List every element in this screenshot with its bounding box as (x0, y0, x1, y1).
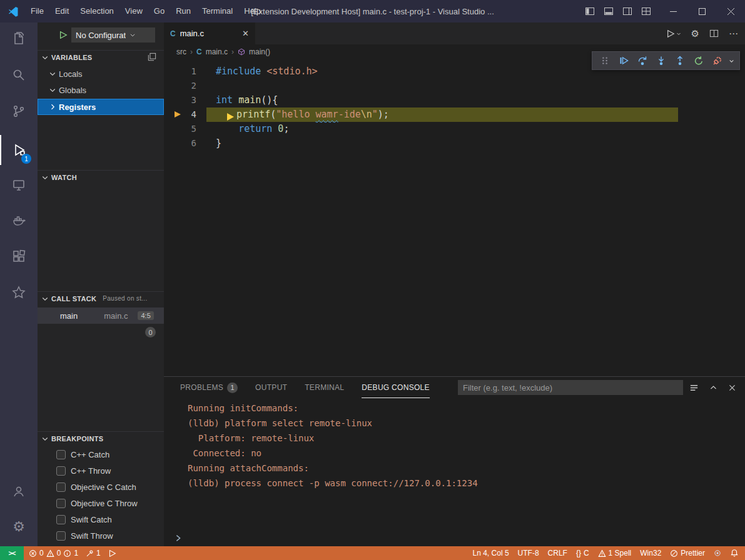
checkbox[interactable] (56, 499, 66, 508)
breadcrumb-file[interactable]: main.c (206, 48, 228, 56)
cursor-position[interactable]: Ln 4, Col 5 (473, 549, 509, 558)
menu-terminal[interactable]: Terminal (196, 0, 238, 22)
tab-terminal[interactable]: TERMINAL (305, 377, 344, 398)
stack-frame-row[interactable]: main main.c 4:5 (38, 308, 164, 324)
docker-icon[interactable] (0, 205, 38, 235)
console-options-icon[interactable] (689, 383, 699, 392)
toggle-panel-icon[interactable] (604, 6, 614, 16)
debug-session-dropdown-icon[interactable] (729, 58, 734, 64)
code-line[interactable]: 6} (164, 136, 745, 151)
breakpoint-cpp-throw[interactable]: C++ Throw (38, 462, 164, 479)
encoding-indicator[interactable]: UTF-8 (518, 549, 539, 558)
checkbox[interactable] (56, 466, 66, 476)
more-actions-icon[interactable]: ⋯ (729, 28, 739, 39)
remote-indicator[interactable]: >< (0, 546, 24, 560)
debug-config-dropdown[interactable]: No Configurat (71, 28, 155, 42)
breakpoint-swift-throw[interactable]: Swift Throw (38, 528, 164, 544)
formatter-status[interactable]: Prettier (670, 549, 705, 558)
breakpoint-objc-catch[interactable]: Objective C Catch (38, 479, 164, 495)
checkbox[interactable] (56, 450, 66, 459)
code-line[interactable]: 5 return 0; (164, 122, 745, 136)
call-stack-section-header[interactable]: CALL STACK Paused on st... (38, 291, 164, 305)
problems-summary[interactable]: 0 0 1 (29, 549, 78, 558)
menu-file[interactable]: File (25, 0, 49, 22)
notifications-bell-icon[interactable] (730, 549, 739, 558)
run-and-debug-icon[interactable]: 1 (0, 135, 38, 165)
editor-settings-gear-icon[interactable]: ⚙ (691, 27, 699, 41)
close-button[interactable] (716, 0, 745, 22)
repl-prompt-icon[interactable] (174, 534, 183, 542)
menu-edit[interactable]: Edit (49, 0, 74, 22)
language-mode[interactable]: {} C (576, 549, 589, 558)
step-into-icon[interactable] (654, 53, 669, 68)
breakpoint-swift-catch[interactable]: Swift Catch (38, 511, 164, 528)
run-file-icon[interactable] (666, 29, 681, 38)
debug-status-icon[interactable] (108, 549, 116, 558)
eol-indicator[interactable]: CRLF (548, 549, 567, 558)
glyph-margin[interactable] (164, 136, 183, 151)
customize-layout-icon[interactable] (641, 6, 651, 16)
split-editor-icon[interactable] (709, 29, 719, 38)
variables-item-locals[interactable]: Locals (38, 66, 164, 81)
console-filter-input[interactable] (458, 380, 683, 395)
step-out-icon[interactable] (672, 53, 687, 68)
glyph-margin[interactable] (164, 64, 183, 79)
open-variables-view-icon[interactable] (148, 52, 156, 61)
toggle-secondary-sidebar-icon[interactable] (622, 6, 632, 16)
checkbox[interactable] (56, 482, 66, 492)
glyph-margin[interactable] (164, 79, 183, 93)
watch-section-header[interactable]: WATCH (38, 170, 164, 184)
tab-output[interactable]: OUTPUT (255, 377, 287, 398)
maximize-button[interactable] (687, 0, 716, 22)
checkbox[interactable] (56, 515, 66, 524)
start-debug-icon[interactable] (59, 31, 68, 39)
tab-debug-console[interactable]: DEBUG CONSOLE (362, 377, 430, 398)
breadcrumb-symbol[interactable]: main() (249, 48, 270, 56)
source-control-icon[interactable] (0, 96, 38, 126)
variables-item-registers[interactable]: Registers (38, 99, 164, 115)
maximize-panel-icon[interactable] (709, 384, 717, 392)
console-line: Running initCommands: (188, 401, 478, 416)
remote-explorer-icon[interactable] (0, 170, 38, 200)
restart-icon[interactable] (691, 53, 706, 68)
os-target[interactable]: Win32 (640, 549, 661, 558)
menu-go[interactable]: Go (148, 0, 170, 22)
step-over-icon[interactable] (635, 53, 650, 68)
breakpoints-section-header[interactable]: BREAKPOINTS (38, 431, 164, 445)
tab-main-c[interactable]: C main.c ✕ (164, 22, 255, 44)
explorer-icon[interactable] (0, 24, 38, 54)
code-line[interactable]: 4 printf("hello wamr-ide\n"); (164, 108, 745, 122)
code-line[interactable]: 2 (164, 79, 745, 93)
continue-icon[interactable] (616, 53, 631, 68)
toggle-sidebar-icon[interactable] (585, 6, 595, 16)
menu-view[interactable]: View (119, 0, 148, 22)
variables-item-globals[interactable]: Globals (38, 82, 164, 98)
glyph-margin[interactable] (164, 108, 183, 122)
minimize-button[interactable] (659, 0, 687, 22)
disconnect-icon[interactable] (710, 53, 725, 68)
spell-checker-status[interactable]: 1 Spell (598, 549, 632, 558)
breakpoint-cpp-catch[interactable]: C++ Catch (38, 446, 164, 462)
account-icon[interactable] (0, 476, 38, 506)
debug-console-output[interactable]: Running initCommands: (lldb) platform se… (188, 401, 478, 491)
tasks-status[interactable]: 1 (86, 549, 101, 558)
code-line[interactable]: 3int main(){ (164, 93, 745, 108)
menu-selection[interactable]: Selection (74, 0, 119, 22)
breadcrumb-folder[interactable]: src (176, 48, 186, 56)
variables-section-header[interactable]: VARIABLES (38, 50, 164, 64)
extension-status-icon[interactable] (714, 549, 721, 557)
menu-run[interactable]: Run (170, 0, 196, 22)
glyph-margin[interactable] (164, 122, 183, 136)
tab-close-icon[interactable]: ✕ (242, 29, 249, 38)
extensions-icon[interactable] (0, 241, 38, 271)
tab-problems[interactable]: PROBLEMS 1 (180, 377, 238, 398)
breakpoint-objc-throw[interactable]: Objective C Throw (38, 495, 164, 511)
checkbox[interactable] (56, 531, 66, 541)
favorites-star-icon[interactable] (0, 278, 38, 308)
search-icon[interactable] (0, 60, 38, 90)
close-panel-icon[interactable] (728, 384, 736, 392)
toolbar-drag-grip[interactable] (597, 53, 612, 68)
code-editor[interactable]: 1#include <stdio.h>23int main(){4 printf… (164, 59, 745, 376)
glyph-margin[interactable] (164, 93, 183, 108)
settings-gear-icon[interactable]: ⚙ (0, 512, 38, 542)
